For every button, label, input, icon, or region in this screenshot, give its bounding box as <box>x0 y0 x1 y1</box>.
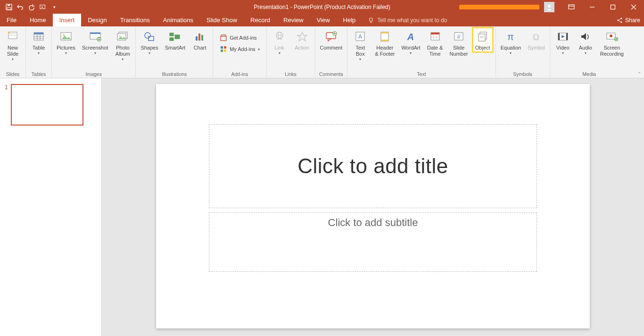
equation-button[interactable]: π Equation ▾ <box>499 28 523 56</box>
pictures-label: Pictures <box>57 45 75 51</box>
video-icon <box>557 30 569 44</box>
action-button: Action <box>292 28 312 52</box>
save-icon[interactable] <box>6 4 12 10</box>
undo-icon[interactable] <box>17 4 24 10</box>
tab-slideshow[interactable]: Slide Show <box>200 14 244 26</box>
equation-label: Equation <box>501 45 521 51</box>
workspace: 1 Click to add title Click to add subtit… <box>0 78 644 336</box>
group-label-comments: Comments <box>318 70 345 78</box>
thumbnail-1-wrap[interactable]: 1 <box>5 84 97 126</box>
screenshot-label: Screenshot <box>82 45 108 51</box>
tab-design[interactable]: Design <box>81 14 113 26</box>
my-addins-button[interactable]: My Add-ins ▾ <box>218 44 261 54</box>
tab-insert[interactable]: Insert <box>53 14 82 26</box>
wordart-label: WordArt <box>401 45 420 51</box>
group-label-tables: Tables <box>29 70 49 78</box>
group-images: Pictures ▾ Screenshot ▾ Photo Album ▾ Im… <box>52 26 136 78</box>
bulb-icon <box>368 17 374 24</box>
svg-line-19 <box>619 20 620 22</box>
screen-recording-icon <box>605 30 619 44</box>
link-icon <box>273 30 286 44</box>
svg-rect-50 <box>221 36 226 41</box>
tab-animations[interactable]: Animations <box>157 14 200 26</box>
svg-rect-2 <box>8 4 10 6</box>
tab-home[interactable]: Home <box>23 14 53 26</box>
group-label-links: Links <box>270 70 312 78</box>
shapes-button[interactable]: Shapes ▾ <box>139 28 160 56</box>
audio-button[interactable]: Audio ▾ <box>576 28 595 56</box>
svg-rect-48 <box>198 34 200 41</box>
textbox-button[interactable]: A Text Box ▾ <box>350 28 370 62</box>
get-addins-button[interactable]: Get Add-ins <box>218 33 261 42</box>
svg-point-89 <box>610 34 612 37</box>
photo-album-button[interactable]: Photo Album ▾ <box>113 28 132 62</box>
smartart-button[interactable]: SmartArt <box>163 28 187 52</box>
slide-number-button[interactable]: # Slide Number <box>448 28 470 58</box>
slide-1[interactable]: Click to add title Click to add subtitle <box>156 84 590 328</box>
svg-point-32 <box>63 34 65 36</box>
group-label-illustrations: Illustrations <box>139 70 210 78</box>
thumbnail-1[interactable] <box>11 84 83 126</box>
photo-album-icon <box>116 30 129 44</box>
ribbon-display-options-icon[interactable] <box>561 0 582 14</box>
photo-album-label: Photo Album <box>116 45 130 57</box>
svg-marker-46 <box>175 35 180 39</box>
header-footer-button[interactable]: Header & Footer <box>373 28 396 58</box>
screen-recording-label: Screen Recording <box>600 45 624 57</box>
screenshot-button[interactable]: Screenshot ▾ <box>80 28 110 56</box>
svg-line-18 <box>619 18 620 20</box>
tab-file[interactable]: File <box>0 14 23 26</box>
tab-help[interactable]: Help <box>337 14 363 26</box>
smartart-icon <box>168 30 182 44</box>
new-slide-button[interactable]: New Slide ▾ <box>3 28 23 62</box>
tell-me-search[interactable]: Tell me what you want to do <box>368 17 447 24</box>
minimize-button[interactable] <box>582 0 603 14</box>
title-placeholder[interactable]: Click to add title <box>209 124 537 208</box>
share-label: Share <box>625 17 640 24</box>
comment-label: Comment <box>320 45 343 51</box>
svg-point-41 <box>119 35 121 37</box>
svg-rect-71 <box>431 33 439 34</box>
collapse-ribbon-icon[interactable]: ⌃ <box>637 71 641 76</box>
pictures-button[interactable]: Pictures ▾ <box>55 28 77 56</box>
share-icon <box>617 17 623 24</box>
pictures-icon <box>59 30 73 44</box>
group-label-media: Media <box>553 70 626 78</box>
slide-thumbnail-panel: 1 <box>0 78 102 336</box>
new-slide-label: New Slide <box>7 45 18 57</box>
chart-icon <box>193 30 206 44</box>
group-symbols: π Equation ▾ Ω Symbol Symbols <box>496 26 550 78</box>
chart-button[interactable]: Chart <box>190 28 210 52</box>
close-button[interactable] <box>623 0 644 14</box>
screen-recording-button[interactable]: Screen Recording <box>598 28 626 58</box>
tab-transitions[interactable]: Transitions <box>114 14 157 26</box>
svg-text:A: A <box>358 34 362 40</box>
title-bar-right <box>459 0 644 14</box>
svg-rect-84 <box>558 33 560 40</box>
qat-dropdown-icon[interactable]: ▾ <box>51 4 58 10</box>
subtitle-placeholder[interactable]: Click to add subtitle <box>209 212 537 272</box>
svg-rect-47 <box>196 36 198 41</box>
group-label-text: Text <box>350 70 492 78</box>
redo-icon[interactable] <box>28 4 35 10</box>
video-label: Video <box>556 45 570 51</box>
start-from-beginning-icon[interactable] <box>40 4 46 10</box>
svg-rect-25 <box>34 33 43 34</box>
user-avatar[interactable] <box>544 2 554 12</box>
tab-review[interactable]: Review <box>277 14 310 26</box>
maximize-button[interactable] <box>603 0 623 14</box>
tab-record[interactable]: Record <box>244 14 277 26</box>
object-button[interactable]: Object <box>473 28 493 52</box>
date-time-button[interactable]: Date & Time <box>425 28 445 58</box>
table-button[interactable]: Table ▾ <box>29 28 49 56</box>
svg-rect-68 <box>381 40 388 41</box>
comment-button[interactable]: Comment <box>318 28 345 52</box>
date-time-icon <box>429 30 441 44</box>
share-button[interactable]: Share <box>617 14 640 26</box>
video-button[interactable]: Video ▾ <box>553 28 573 56</box>
dropdown-icon: ▾ <box>149 51 150 55</box>
tab-view[interactable]: View <box>310 14 337 26</box>
my-addins-label: My Add-ins <box>230 46 255 52</box>
wordart-button[interactable]: A WordArt ▾ <box>399 28 422 56</box>
window-title: Presentation1 - PowerPoint (Product Acti… <box>254 4 390 10</box>
